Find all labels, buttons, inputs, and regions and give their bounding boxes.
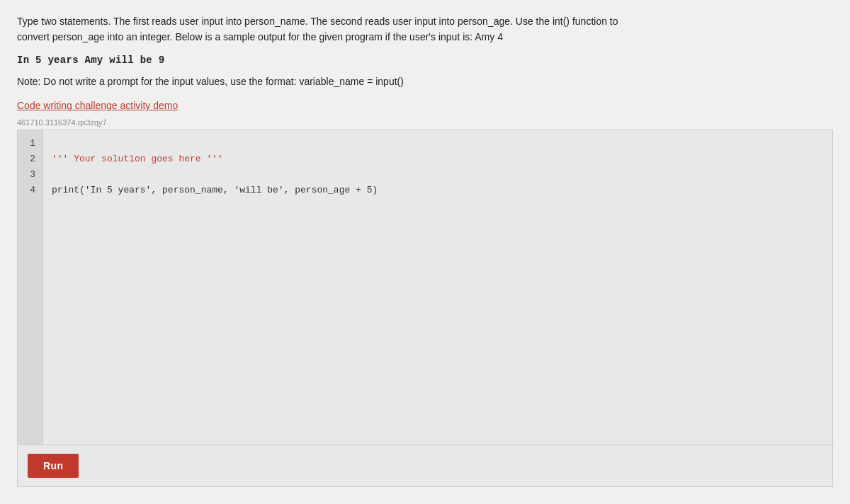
- code-editor: 1 2 3 4 ''' Your solution goes here ''' …: [17, 130, 833, 487]
- sample-output: In 5 years Amy will be 9: [17, 55, 833, 66]
- code-line-3: [52, 167, 824, 183]
- code-content[interactable]: ''' Your solution goes here ''' print('I…: [43, 130, 832, 445]
- line-number-2: 2: [28, 151, 35, 167]
- run-button-area: Run: [18, 445, 832, 486]
- run-button[interactable]: Run: [28, 454, 79, 478]
- code-line-2: ''' Your solution goes here ''': [52, 151, 824, 167]
- code-line-4: print('In 5 years', person_name, 'will b…: [52, 183, 824, 198]
- note-text: Note: Do not write a prompt for the inpu…: [17, 76, 833, 87]
- line-number-4: 4: [28, 183, 35, 198]
- code-line-1: [52, 136, 824, 151]
- activity-id: 461710.3116374.qx3zqy7: [17, 118, 833, 127]
- line-numbers: 1 2 3 4: [18, 130, 43, 445]
- editor-inner: 1 2 3 4 ''' Your solution goes here ''' …: [18, 130, 832, 445]
- instruction-text: Type two statements. The first reads use…: [17, 14, 626, 45]
- activity-link[interactable]: Code writing challenge activity demo: [17, 100, 833, 111]
- page-wrapper: Type two statements. The first reads use…: [0, 0, 850, 504]
- line-number-1: 1: [28, 136, 35, 151]
- line-number-3: 3: [28, 167, 35, 183]
